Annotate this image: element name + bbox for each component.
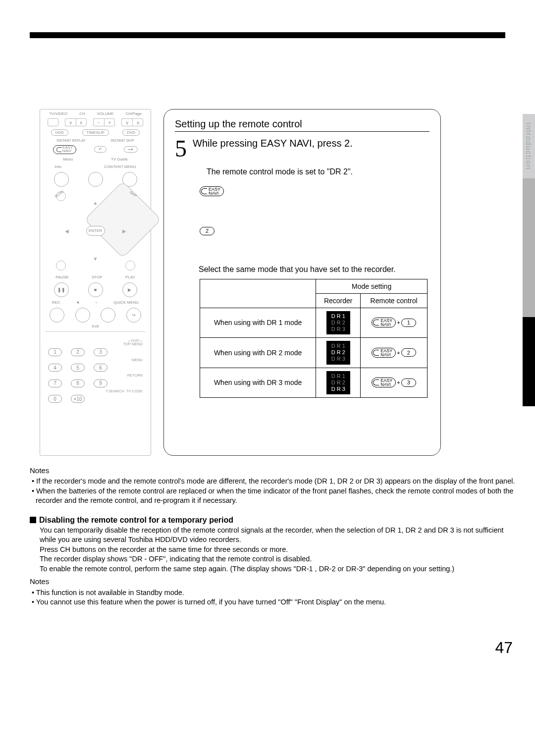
disable-p4: To enable the remote control, perform th… xyxy=(40,564,515,574)
lbl-return: RETURN xyxy=(48,374,143,378)
easy-navi-pill: EASYNAVI xyxy=(200,186,224,196)
dpad[interactable]: ▲▼◀▶ ENTER SLOW SKIP xyxy=(56,191,135,270)
side-block-gray xyxy=(523,178,535,317)
th-remote: Remote control xyxy=(361,293,428,308)
instant-replay-button[interactable]: ↶ xyxy=(94,146,107,153)
step-number: 5 xyxy=(175,137,187,161)
lbl-chpage: CH/Page xyxy=(126,111,142,116)
recorder-display: D R 1D R 2D R 3 xyxy=(326,341,350,365)
recorder-display: D R 1D R 2D R 3 xyxy=(326,371,350,395)
top-black-bar xyxy=(30,32,505,38)
section-tab-label: Introduction xyxy=(525,122,533,170)
notes-heading-2: Notes xyxy=(30,577,515,587)
menu-button[interactable] xyxy=(88,172,103,187)
remote-diagram: TV/VIDEO CH VOLUME CH/Page ∨∧ −+ ∨∧ HDD … xyxy=(40,109,151,456)
key-1[interactable]: 1 xyxy=(48,348,62,356)
lbl-menu: Menu xyxy=(63,157,73,162)
section-tab: Introduction xyxy=(523,114,535,178)
key-plus10[interactable]: +10 xyxy=(71,395,85,403)
lbl-rec: REC xyxy=(52,300,60,305)
lbl-content: CONTENT MENU xyxy=(104,164,136,169)
mode-row-label: When using with DR 1 mode xyxy=(200,308,316,338)
th-recorder: Recorder xyxy=(316,293,361,308)
lbl-volume: VOLUME xyxy=(97,111,114,116)
rec-button[interactable] xyxy=(50,308,64,323)
step-subtext: The remote control mode is set to "DR 2"… xyxy=(207,167,429,176)
side-block-black xyxy=(523,317,535,406)
stop-button[interactable]: ■ xyxy=(88,282,103,297)
bookmark-button[interactable] xyxy=(101,308,115,323)
key-0[interactable]: 0 xyxy=(48,395,62,403)
circ-icon: ○ xyxy=(95,300,98,305)
lbl-ch: CH xyxy=(79,111,85,116)
key-2[interactable]: 2 xyxy=(71,348,85,356)
notes-section: Notes • If the recorder's mode and the r… xyxy=(30,465,515,607)
keypad: ┌ DVD ┐TOP MENU 123 MENU 456 RETURN 789 … xyxy=(40,335,151,409)
note-3: • This function is not available in Stan… xyxy=(30,588,515,598)
key-6[interactable]: 6 xyxy=(94,364,107,372)
star-icon: ★ xyxy=(76,300,80,305)
info-button[interactable] xyxy=(54,172,69,187)
th-mode: Mode setting xyxy=(316,279,428,293)
step-text: While pressing EASY NAVI, press 2. xyxy=(193,137,353,149)
key-4[interactable]: 4 xyxy=(48,364,62,372)
disable-heading: Disabling the remote control for a tempo… xyxy=(30,515,515,526)
remote-combo: EASYNAVI+1 xyxy=(365,318,423,327)
notes-heading: Notes xyxy=(30,466,515,476)
vol-rocker[interactable]: −+ xyxy=(93,118,115,126)
instant-skip-button[interactable]: •➔ xyxy=(124,146,138,153)
lbl-quick: QUICK MENU xyxy=(113,300,139,305)
disable-p1: You can temporarily disable the receptio… xyxy=(40,526,515,545)
note-1: • If the recorder's mode and the remote … xyxy=(30,477,515,486)
disable-p2: Press CH buttons on the recorder at the … xyxy=(40,545,515,555)
note-2: • When the batteries of the remote contr… xyxy=(30,486,515,506)
mode-row-label: When using with DR 2 mode xyxy=(200,338,316,368)
lbl-instantreplay: INSTANT REPLAY xyxy=(56,139,85,142)
page-number: 47 xyxy=(495,639,513,657)
quickmenu-button[interactable]: ↪ xyxy=(126,308,141,323)
lbl-exit: Exit xyxy=(40,324,151,328)
easy-navi-button[interactable]: EASYNAVI xyxy=(53,145,76,154)
mode-table: Mode setting RecorderRemote control When… xyxy=(200,279,428,398)
lbl-tvguide: TV Guide xyxy=(111,157,128,162)
enter-button[interactable]: ENTER xyxy=(86,226,105,236)
instruction-panel: Setting up the remote control 5 While pr… xyxy=(163,109,441,456)
pause-button[interactable]: ❚❚ xyxy=(54,282,69,297)
lbl-play: PLAY xyxy=(125,275,135,279)
lbl-info: Info xyxy=(55,164,61,169)
fav-button[interactable] xyxy=(75,308,90,323)
key-9[interactable]: 9 xyxy=(94,379,107,387)
chpage-rocker[interactable]: ∨∧ xyxy=(121,118,143,126)
key-7[interactable]: 7 xyxy=(48,379,62,387)
remote-combo: EASYNAVI+2 xyxy=(365,348,423,358)
tvvideo-button[interactable] xyxy=(48,118,58,126)
ch-rocker[interactable]: ∨∧ xyxy=(65,118,87,126)
table-intro: Select the same mode that you have set t… xyxy=(199,265,429,274)
lbl-instantskip: INSTANT SKIP xyxy=(110,139,134,142)
lbl-menu2: MENU xyxy=(48,358,143,362)
lbl-pause: PAUSE xyxy=(55,275,69,279)
mode-row-label: When using with DR 3 mode xyxy=(200,368,316,398)
lbl-stop: STOP xyxy=(92,275,103,279)
lbl-tvvideo: TV/VIDEO xyxy=(49,111,67,116)
remote-combo: EASYNAVI+3 xyxy=(365,378,423,387)
recorder-display: D R 1D R 2D R 3 xyxy=(326,311,350,335)
timeslip-button[interactable]: TIMESLIP xyxy=(82,129,109,136)
number-2-pill: 2 xyxy=(200,227,214,235)
dvd-button[interactable]: DVD xyxy=(122,129,140,136)
panel-title: Setting up the remote control xyxy=(175,118,429,132)
play-button[interactable]: ▶ xyxy=(122,282,137,297)
hdd-button[interactable]: HDD xyxy=(51,129,68,136)
disable-p3: The recorder display shows "DR - OFF", i… xyxy=(40,554,515,564)
key-3[interactable]: 3 xyxy=(94,348,107,356)
note-4: • You cannot use this feature when the p… xyxy=(30,597,515,607)
key-5[interactable]: 5 xyxy=(71,364,85,372)
key-8[interactable]: 8 xyxy=(71,379,85,387)
